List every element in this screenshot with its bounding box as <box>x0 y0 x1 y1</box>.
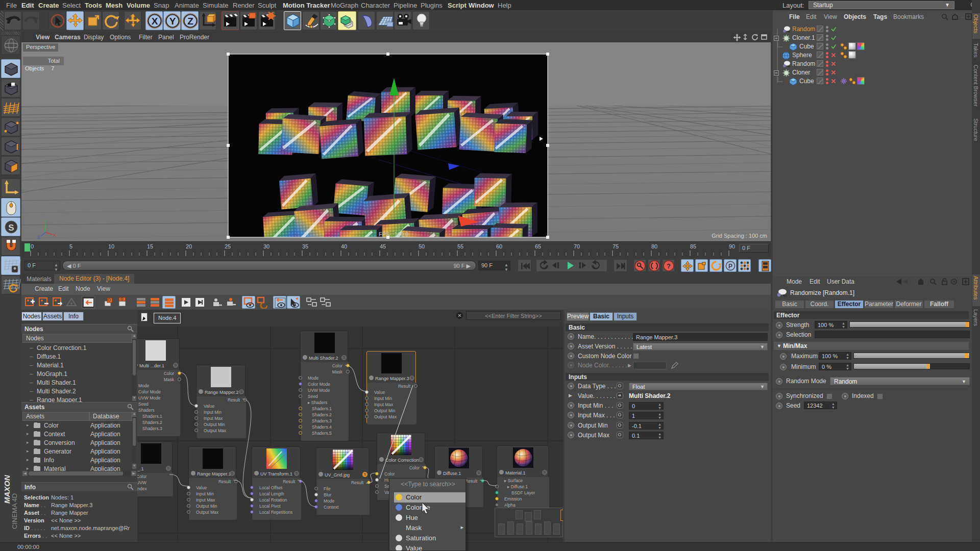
svg-text:75: 75 <box>612 243 619 249</box>
svg-text:45: 45 <box>380 243 386 249</box>
svg-text:5: 5 <box>69 243 72 249</box>
svg-text:20: 20 <box>186 243 192 249</box>
svg-text:0: 0 <box>31 243 34 249</box>
svg-text:Y: Y <box>44 219 47 224</box>
svg-text:85: 85 <box>690 243 696 249</box>
svg-text:?: ? <box>667 262 671 270</box>
svg-text:70: 70 <box>574 243 580 249</box>
svg-text:Z: Z <box>187 16 193 27</box>
svg-text:X: X <box>152 16 158 27</box>
svg-text:35: 35 <box>302 243 308 249</box>
svg-text:10: 10 <box>108 243 114 249</box>
svg-text:65: 65 <box>535 243 541 249</box>
svg-text:Z: Z <box>37 235 40 240</box>
svg-text:P: P <box>728 263 732 270</box>
svg-text:X: X <box>53 233 56 238</box>
svg-text:25: 25 <box>225 243 231 249</box>
svg-text:Y: Y <box>169 16 176 27</box>
svg-text:60: 60 <box>496 243 502 249</box>
svg-text:S: S <box>8 223 14 233</box>
svg-text:50: 50 <box>419 243 425 249</box>
svg-text:30: 30 <box>263 243 270 249</box>
svg-text:15: 15 <box>147 243 153 249</box>
svg-text:80: 80 <box>651 243 657 249</box>
svg-text:FPS : 100.0: FPS : 100.0 <box>379 231 408 237</box>
svg-text:90: 90 <box>729 243 735 249</box>
svg-text:40: 40 <box>341 243 347 249</box>
svg-text:55: 55 <box>457 243 463 249</box>
